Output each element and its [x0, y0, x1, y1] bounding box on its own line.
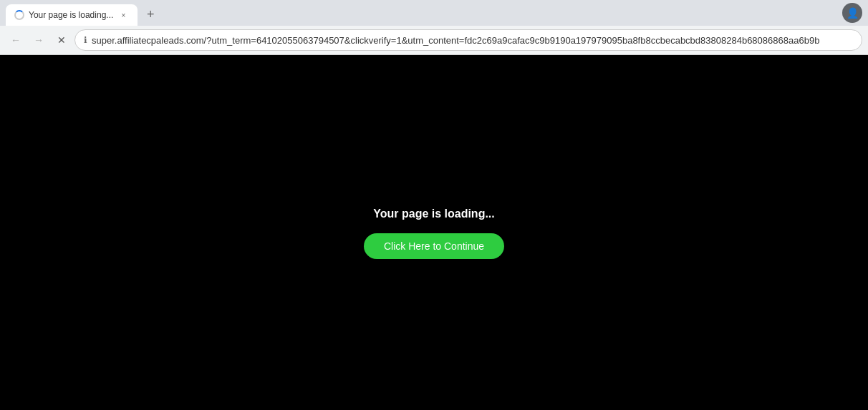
tab-strip: Your page is loading... × +: [6, 0, 160, 26]
page-content: Your page is loading... Click Here to Co…: [0, 55, 868, 410]
lock-icon: ℹ: [84, 35, 87, 45]
nav-bar: ← → ✕ ℹ: [0, 26, 868, 54]
browser-chrome: Your page is loading... × + 👤 ← → ✕ ℹ: [0, 0, 868, 55]
window-controls: 👤: [842, 3, 862, 23]
loading-text: Your page is loading...: [373, 208, 495, 220]
tab-close-button[interactable]: ×: [117, 9, 129, 21]
tab-title: Your page is loading...: [29, 10, 113, 20]
back-button[interactable]: ←: [6, 30, 26, 50]
forward-button[interactable]: →: [29, 30, 49, 50]
title-bar: Your page is loading... × + 👤: [0, 0, 868, 26]
address-bar-input[interactable]: [92, 35, 853, 46]
tab-loading-icon: [14, 10, 24, 20]
new-tab-button[interactable]: +: [140, 4, 160, 24]
address-bar-container[interactable]: ℹ: [74, 29, 862, 51]
profile-icon[interactable]: 👤: [842, 3, 862, 23]
browser-tab[interactable]: Your page is loading... ×: [6, 4, 138, 26]
continue-button[interactable]: Click Here to Continue: [364, 233, 504, 259]
stop-reload-button[interactable]: ✕: [52, 30, 72, 50]
